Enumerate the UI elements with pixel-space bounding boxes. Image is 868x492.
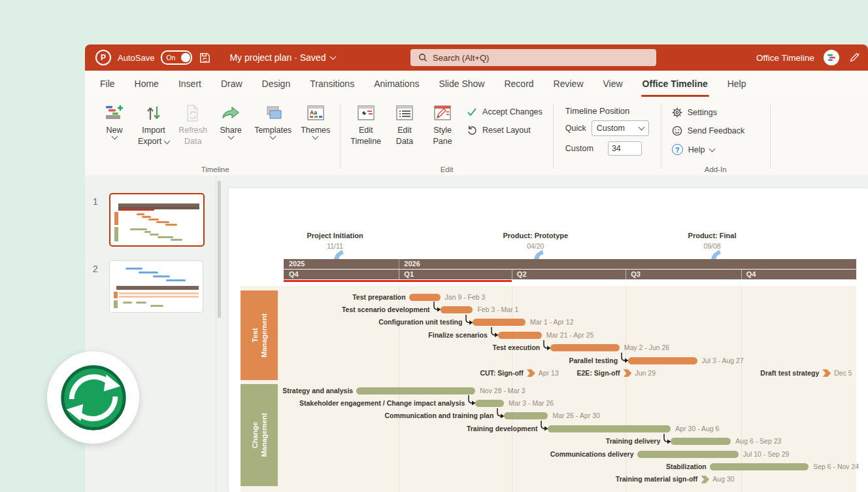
gantt-bar[interactable] — [548, 425, 671, 432]
screen: { "titlebar": { "app": "PowerPoint", "au… — [0, 0, 868, 492]
tab-record[interactable]: Record — [494, 71, 543, 97]
quarter-separator — [399, 270, 399, 279]
task-dates: May 2 - Jun 26 — [624, 343, 669, 351]
powerpoint-app-icon[interactable]: P — [95, 50, 111, 65]
search-icon — [418, 53, 427, 62]
toggle-knob — [181, 53, 190, 62]
title-bar: P AutoSave On My project plan · Saved Se… — [85, 44, 868, 71]
task-label: Configuration unit testing — [266, 318, 462, 326]
avatar[interactable] — [824, 50, 839, 65]
ribbon-group-label: Add-In — [663, 166, 769, 173]
thumb-band — [116, 286, 199, 290]
gantt-bar[interactable] — [475, 400, 504, 407]
account-name[interactable]: Office Timeline — [756, 53, 814, 63]
year-label: 2026 — [404, 260, 420, 268]
task-dates: Jul 10 - Sep 29 — [743, 450, 790, 458]
task-label: Training material sign-off — [554, 475, 697, 483]
timeline-year-band — [284, 259, 856, 269]
sync-refresh-icon — [55, 359, 132, 436]
reset-layout-button[interactable]: Reset Layout — [467, 125, 542, 135]
gantt-bar[interactable] — [550, 344, 619, 351]
task-dates: Nov 28 - Mar 3 — [480, 387, 525, 395]
gantt-bar[interactable] — [356, 387, 475, 395]
milestone-label: Product: Final — [654, 232, 771, 239]
tab-slide-show[interactable]: Slide Show — [429, 71, 494, 97]
themes-button[interactable]: Aa Themes — [296, 101, 335, 141]
style-pane-icon — [433, 103, 452, 124]
tab-transitions[interactable]: Transitions — [300, 71, 364, 97]
gantt-bar[interactable] — [504, 412, 548, 419]
ribbon-group-addin: Settings Send Feedback ? Help Add-In — [663, 97, 769, 175]
category-block[interactable]: Test Management — [241, 290, 278, 380]
import-export-button[interactable]: Import Export — [133, 101, 174, 149]
settings-button[interactable]: Settings — [672, 107, 745, 118]
search-placeholder: Search (Alt+Q) — [433, 53, 489, 63]
gantt-bar[interactable] — [409, 294, 441, 301]
tab-insert[interactable]: Insert — [169, 71, 211, 97]
gantt-bar[interactable] — [498, 332, 542, 339]
gantt-bar[interactable] — [637, 451, 739, 458]
themes-icon: Aa — [306, 103, 326, 124]
thumbnail-scrollbar[interactable] — [218, 181, 221, 318]
ribbon-group-timeline: New Import Export Refresh Data Share — [92, 97, 339, 175]
thumb-category — [114, 292, 118, 298]
custom-position-input[interactable] — [608, 141, 642, 156]
tab-file[interactable]: File — [90, 71, 125, 97]
workspace: 1 2 Project Initiation11/11Product: P — [85, 175, 868, 492]
save-icon[interactable] — [199, 52, 211, 64]
chevron-down-icon — [638, 124, 644, 131]
accept-changes-button[interactable]: Accept Changes — [467, 107, 542, 116]
edit-data-button[interactable]: Edit Data — [386, 101, 424, 149]
tab-view[interactable]: View — [593, 71, 633, 97]
gantt-bar[interactable] — [671, 438, 731, 445]
autosave-toggle[interactable]: On — [161, 50, 192, 65]
timeline-quarter-band[interactable] — [284, 270, 856, 279]
slide-thumbnail-1[interactable] — [109, 193, 205, 247]
category-label: Test Management — [250, 313, 269, 357]
help-button[interactable]: ? Help — [672, 144, 745, 155]
smiley-icon — [672, 126, 682, 136]
task-dates: Mar 21 - Apr 25 — [546, 331, 593, 339]
slide-2-number: 2 — [93, 264, 98, 274]
task-label: Training development — [341, 425, 537, 432]
svg-text:Aa: Aa — [310, 109, 317, 116]
document-title[interactable]: My project plan · Saved — [229, 52, 335, 63]
connector-arrow-icon — [431, 302, 442, 313]
templates-icon — [263, 103, 283, 124]
gantt-bar[interactable] — [710, 463, 809, 470]
share-button[interactable]: Share — [212, 101, 250, 141]
task-dates: Dec 5 — [834, 369, 852, 377]
gridline — [626, 286, 626, 492]
gantt-bar[interactable] — [441, 306, 473, 313]
templates-button[interactable]: Templates — [250, 101, 296, 141]
tab-help[interactable]: Help — [718, 71, 756, 97]
thumb-category — [114, 212, 118, 225]
tab-review[interactable]: Review — [544, 71, 593, 97]
tab-office-timeline[interactable]: Office Timeline — [633, 71, 718, 97]
tab-home[interactable]: Home — [125, 71, 169, 97]
task-dates: Mar 1 - Apr 12 — [530, 318, 574, 326]
task-label: Communication and training plan — [297, 412, 493, 419]
slide-thumbnail-2[interactable] — [109, 260, 203, 313]
gantt-bar[interactable] — [473, 319, 526, 326]
ink-pen-icon[interactable] — [848, 52, 860, 63]
gantt-bar[interactable] — [628, 357, 697, 364]
slide-1-number: 1 — [93, 196, 98, 207]
task-label: Strategy and analysis — [229, 387, 353, 395]
edit-timeline-button[interactable]: Edit Timeline — [346, 101, 386, 149]
task-dates: Feb 3 - Mar 1 — [477, 306, 518, 313]
task-label: Test execution — [344, 343, 540, 351]
style-pane-button[interactable]: Style Pane — [424, 101, 461, 149]
search-input[interactable]: Search (Alt+Q) — [410, 49, 656, 66]
send-feedback-button[interactable]: Send Feedback — [672, 126, 745, 136]
task-label: Stakeholder engagement / Change impact a… — [269, 399, 465, 407]
autosave-label: AutoSave — [118, 53, 154, 63]
tab-design[interactable]: Design — [252, 71, 301, 97]
new-button[interactable]: New — [95, 101, 133, 141]
ribbon-group-label: Timeline — [92, 166, 339, 173]
tab-draw[interactable]: Draw — [211, 71, 252, 97]
quick-position-select[interactable]: Custom — [592, 120, 649, 136]
import-export-icon — [145, 103, 162, 124]
tab-animations[interactable]: Animations — [364, 71, 429, 97]
reset-icon — [467, 125, 477, 135]
